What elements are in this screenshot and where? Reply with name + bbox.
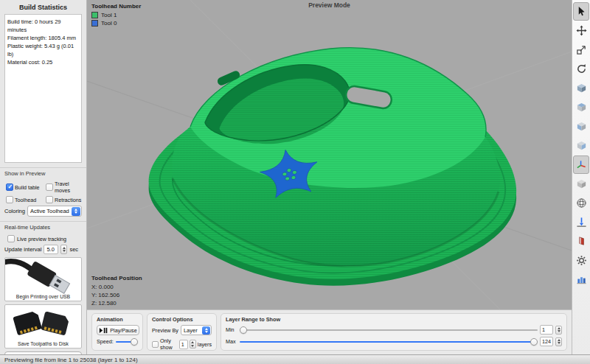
coloring-dropdown[interactable]: Active Toolhead (27, 206, 82, 217)
wireframe-sphere-icon (576, 197, 587, 209)
rotate-tool-button[interactable] (573, 60, 589, 78)
build-statistics-title: Build Statistics (0, 4, 86, 11)
max-layer-input[interactable]: 124 (540, 337, 553, 346)
toolhead-checkbox[interactable] (6, 196, 13, 203)
view-iso-button[interactable] (573, 79, 589, 97)
preview-viewport[interactable]: Preview Mode Toolhead Number Tool 1 Tool… (87, 0, 572, 309)
only-show-stepper[interactable] (190, 340, 196, 349)
model-visibility-button[interactable] (573, 175, 589, 193)
build-table-checkbox[interactable] (6, 183, 13, 191)
settings-button[interactable] (573, 251, 589, 270)
coloring-row: Coloring Active Toolhead (0, 203, 86, 217)
update-interval-input[interactable]: 5.0 (44, 245, 58, 254)
view-toolbar (572, 0, 590, 354)
support-structures-button[interactable] (573, 232, 589, 251)
live-preview-tracking-row[interactable]: Live preview tracking (0, 233, 86, 242)
move-tool-button[interactable] (573, 21, 589, 40)
max-slider-knob[interactable] (530, 338, 538, 346)
live-preview-tracking-label: Live preview tracking (17, 236, 66, 242)
select-tool-button[interactable] (573, 2, 589, 21)
preview-checkbox-grid: Build table Travel moves Toolhead Retrac… (0, 179, 86, 203)
speed-slider[interactable] (116, 337, 138, 346)
preview-by-value: Layer (181, 327, 202, 334)
cube-front-icon (576, 121, 587, 132)
preview-by-row: Preview By Layer (152, 325, 212, 335)
gear-icon (576, 255, 587, 266)
update-interval-row: Update interval 5.0 sec (0, 242, 86, 254)
min-slider-track[interactable] (240, 329, 538, 332)
min-label: Min (226, 326, 237, 333)
min-layer-input[interactable]: 1 (540, 325, 553, 335)
speed-label: Speed: (97, 338, 114, 345)
cube-side-icon (576, 140, 587, 151)
stat-material-cost: Material cost: 0.25 (7, 58, 79, 66)
save-toolpaths-button[interactable]: Save Toolpaths to Disk (4, 304, 82, 349)
stat-plastic-weight: Plastic weight: 5.43 g (0.01 lb) (7, 42, 79, 58)
play-pause-icon (99, 327, 108, 334)
min-slider-knob[interactable] (240, 326, 247, 334)
retractions-label: Retractions (55, 197, 81, 203)
only-show-input[interactable]: 1 (179, 340, 188, 349)
sd-button-caption: Save Toolpaths to Disk (18, 341, 69, 346)
update-interval-stepper[interactable] (60, 245, 67, 254)
axes-icon (576, 159, 587, 170)
3d-model-canvas (87, 0, 572, 309)
min-layer-stepper[interactable] (555, 326, 562, 335)
min-layer-row: Min 1 (226, 325, 562, 335)
move-icon (576, 25, 587, 36)
checkbox-retractions[interactable]: Retractions (46, 196, 86, 203)
max-layer-slider[interactable] (240, 337, 538, 346)
checkbox-toolhead[interactable]: Toolhead (6, 196, 46, 203)
show-in-preview-section: Show in Preview (0, 167, 86, 177)
max-slider-fill (240, 341, 536, 343)
max-layer-stepper[interactable] (555, 337, 562, 346)
scale-tool-button[interactable] (573, 41, 589, 59)
begin-printing-usb-button[interactable]: Begin Printing over USB (4, 257, 82, 301)
animation-title: Animation (97, 316, 138, 323)
cross-section-button[interactable] (573, 213, 589, 231)
speed-slider-knob[interactable] (131, 338, 138, 346)
app-window: Build Statistics Build time: 0 hours 29 … (0, 0, 590, 364)
realtime-updates-label: Real-time Updates (4, 224, 82, 231)
checkbox-build-table[interactable]: Build table (6, 181, 46, 194)
support-icon (576, 236, 587, 247)
tool0-color-swatch (91, 20, 98, 27)
toolhead-x: X: 0.000 (91, 283, 142, 291)
view-side-button[interactable] (573, 136, 589, 155)
usb-cable-image (5, 258, 81, 294)
status-text: Previewing file from line 1 to 25038 (la… (4, 357, 138, 363)
retractions-checkbox[interactable] (46, 196, 53, 203)
checkbox-travel-moves[interactable]: Travel moves (46, 181, 86, 194)
status-bar: Previewing file from line 1 to 25038 (la… (0, 354, 590, 364)
view-top-button[interactable] (573, 98, 589, 116)
wireframe-button[interactable] (573, 194, 589, 212)
bottom-control-panel: Animation Play/Pause Speed: Control Opti… (87, 309, 572, 354)
preview-by-dropdown[interactable]: Layer (181, 325, 212, 335)
only-show-checkbox[interactable] (152, 341, 159, 348)
stat-filament-length: Filament length: 1805.4 mm (7, 34, 79, 42)
view-front-button[interactable] (573, 117, 589, 136)
statistics-button[interactable] (573, 270, 589, 289)
live-preview-tracking-checkbox[interactable] (7, 235, 15, 242)
build-statistics-box: Build time: 0 hours 29 minutes Filament … (4, 14, 82, 163)
min-layer-slider[interactable] (240, 326, 538, 334)
stat-build-time: Build time: 0 hours 29 minutes (7, 18, 79, 34)
toolhead-position-title: Toolhead Position (91, 274, 142, 282)
legend-item-tool0: Tool 0 (91, 20, 141, 27)
rotate-icon (576, 63, 587, 74)
cursor-icon (576, 6, 587, 17)
layer-range-title: Layer Range to Show (226, 316, 562, 323)
max-layer-row: Max 124 (226, 337, 562, 346)
bar-chart-icon (576, 274, 587, 285)
coordinate-axes-button[interactable] (573, 155, 589, 174)
cube-top-icon (576, 102, 587, 113)
sd-cards-image (5, 305, 81, 341)
play-pause-button[interactable]: Play/Pause (97, 325, 139, 335)
realtime-updates-section: Real-time Updates (0, 221, 86, 231)
travel-moves-checkbox[interactable] (46, 183, 53, 191)
control-options-group: Control Options Preview By Layer Only sh… (147, 313, 217, 351)
show-in-preview-label: Show in Preview (4, 170, 82, 177)
tool1-color-swatch (91, 12, 98, 18)
travel-moves-label: Travel moves (55, 181, 86, 194)
dropdown-arrows-icon (72, 207, 80, 216)
